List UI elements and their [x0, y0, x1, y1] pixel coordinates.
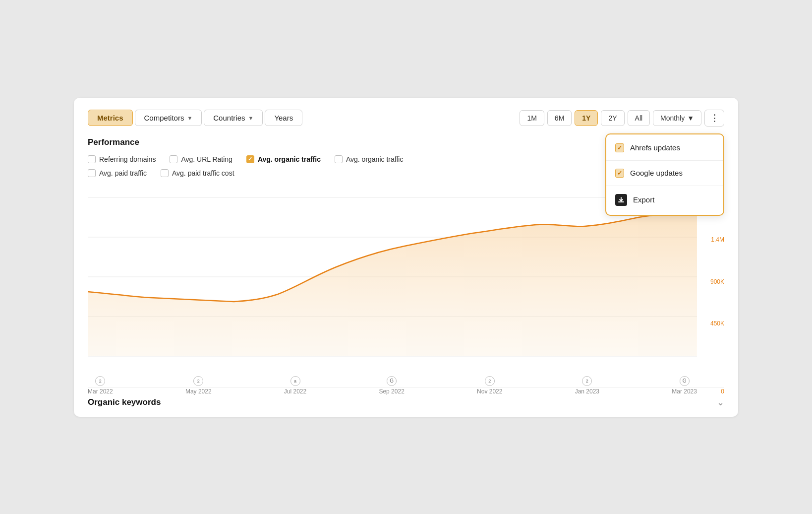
x-item-nov2022: 2 Nov 2022: [477, 376, 502, 395]
years-button[interactable]: Years: [265, 110, 302, 126]
x-label-mar2023: Mar 2023: [672, 388, 697, 395]
google-updates-checkbox[interactable]: ✓: [615, 169, 624, 178]
avg-organic-traffic-2-checkbox[interactable]: [335, 155, 343, 163]
metric-avg-organic-traffic-1[interactable]: Avg. organic traffic: [246, 155, 321, 163]
x-item-jan2023: 2 Jan 2023: [575, 376, 599, 395]
x-label-jul2022: Jul 2022: [284, 388, 306, 395]
x-zero-label: 0: [721, 388, 724, 395]
avg-paid-traffic-cost-checkbox[interactable]: [161, 169, 169, 177]
dropdown-divider-2: [606, 186, 723, 186]
1y-button[interactable]: 1Y: [575, 110, 598, 126]
x-item-sep2022: G Sep 2022: [379, 376, 404, 395]
export-icon: [615, 194, 627, 206]
dropdown-menu: ✓ Ahrefs updates ✓ Google updates: [605, 133, 724, 216]
2y-button[interactable]: 2Y: [601, 110, 624, 126]
y-axis-labels: 1.8M 1.4M 900K 450K 0: [699, 193, 724, 371]
google-check-icon: ✓: [617, 170, 622, 177]
ahrefs-updates-checkbox[interactable]: ✓: [615, 143, 624, 152]
x-label-sep2022: Sep 2022: [379, 388, 404, 395]
google-updates-label: Google updates: [630, 169, 683, 177]
x-badge-jul2022: a: [290, 376, 300, 386]
top-nav: Metrics Competitors ▼ Countries ▼ Years …: [88, 110, 724, 127]
countries-button[interactable]: Countries ▼: [204, 110, 263, 126]
ahrefs-updates-label: Ahrefs updates: [630, 143, 680, 152]
chart-svg: [88, 193, 697, 371]
1m-button[interactable]: 1M: [520, 110, 544, 126]
avg-url-rating-checkbox[interactable]: [170, 155, 177, 163]
metric-avg-url-rating[interactable]: Avg. URL Rating: [170, 155, 232, 163]
metric-avg-organic-traffic-2[interactable]: Avg. organic traffic: [335, 155, 403, 163]
x-badge-nov2022: 2: [485, 376, 495, 386]
dropdown-divider: [606, 160, 723, 161]
avg-paid-traffic-label: Avg. paid traffic: [99, 169, 147, 177]
chart-area: 1.8M 1.4M 900K 450K 0: [88, 193, 724, 371]
organic-keywords-title: Organic keywords: [88, 397, 161, 407]
more-options-button[interactable]: ⋮: [704, 110, 724, 127]
x-item-mar2023: G Mar 2023: [672, 376, 697, 395]
6m-button[interactable]: 6M: [547, 110, 572, 126]
avg-paid-traffic-checkbox[interactable]: [88, 169, 96, 177]
x-label-may2022: May 2022: [185, 388, 212, 395]
referring-domains-checkbox[interactable]: [88, 155, 96, 163]
avg-organic-traffic-label: Avg. organic traffic: [258, 155, 321, 163]
x-item-mar2022: 2 Mar 2022: [88, 376, 113, 395]
x-badge-mar2023: G: [680, 376, 690, 386]
monthly-button[interactable]: Monthly ▼: [653, 110, 701, 126]
x-label-nov2022: Nov 2022: [477, 388, 502, 395]
organic-keywords-chevron-icon[interactable]: ⌄: [717, 397, 724, 408]
x-badge-sep2022: G: [387, 376, 397, 386]
y-label-450k: 450K: [710, 320, 724, 327]
ahrefs-check-icon: ✓: [617, 144, 622, 151]
x-badge-may2022: 2: [193, 376, 203, 386]
y-label-900k: 900K: [710, 278, 724, 285]
avg-organic-traffic-checkbox[interactable]: [246, 155, 254, 163]
main-card: Metrics Competitors ▼ Countries ▼ Years …: [74, 98, 738, 417]
all-button[interactable]: All: [628, 110, 650, 126]
x-badge-mar2022: 2: [95, 376, 105, 386]
x-item-jul2022: a Jul 2022: [284, 376, 306, 395]
google-updates-item[interactable]: ✓ Google updates: [606, 163, 723, 184]
x-label-mar2022: Mar 2022: [88, 388, 113, 395]
competitors-chevron-icon: ▼: [187, 115, 192, 121]
metrics-button[interactable]: Metrics: [88, 110, 133, 126]
ahrefs-updates-item[interactable]: ✓ Ahrefs updates: [606, 137, 723, 158]
avg-url-rating-label: Avg. URL Rating: [181, 155, 232, 163]
x-item-may2022: 2 May 2022: [185, 376, 212, 395]
x-badge-jan2023: 2: [582, 376, 592, 386]
referring-domains-label: Referring domains: [99, 155, 156, 163]
avg-paid-traffic-cost-label: Avg. paid traffic cost: [172, 169, 234, 177]
export-label: Export: [633, 195, 654, 204]
x-axis: 2 Mar 2022 2 May 2022 a Jul 2022 G Sep 2…: [88, 371, 724, 398]
metric-avg-paid-traffic-cost[interactable]: Avg. paid traffic cost: [161, 169, 234, 177]
nav-right: 1M 6M 1Y 2Y All Monthly ▼ ⋮ ✓ Ahrefs upd…: [520, 110, 724, 127]
metric-referring-domains[interactable]: Referring domains: [88, 155, 156, 163]
x-label-jan2023: Jan 2023: [575, 388, 599, 395]
metric-avg-paid-traffic[interactable]: Avg. paid traffic: [88, 169, 147, 177]
competitors-button[interactable]: Competitors ▼: [135, 110, 202, 126]
avg-organic-traffic-2-label: Avg. organic traffic: [346, 155, 403, 163]
monthly-chevron-icon: ▼: [687, 114, 694, 122]
countries-chevron-icon: ▼: [248, 115, 253, 121]
nav-left: Metrics Competitors ▼ Countries ▼ Years: [88, 110, 302, 126]
export-item[interactable]: Export: [606, 188, 723, 212]
y-label-14m: 1.4M: [711, 236, 724, 243]
